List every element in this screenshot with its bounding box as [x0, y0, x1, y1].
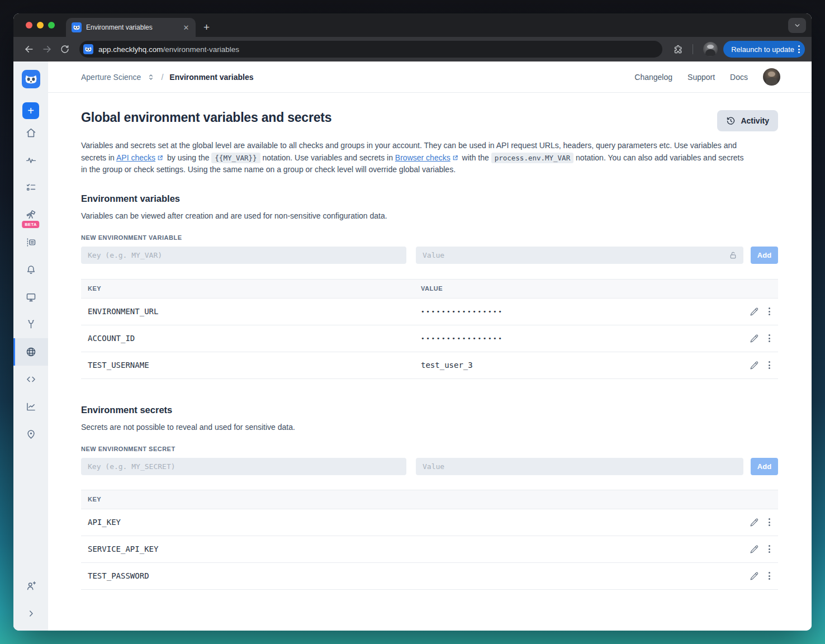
- sidebar-item-detect[interactable]: BETA: [13, 201, 48, 229]
- variables-table-body: ENVIRONMENT_URL •••••••••••••••• ACCOUNT…: [81, 299, 778, 379]
- history-clock-icon: [726, 116, 736, 126]
- external-link-icon: [452, 155, 458, 161]
- table-row: TEST_PASSWORD: [81, 563, 778, 590]
- secret-key: API_KEY: [88, 518, 750, 527]
- sidebar-bottom: [13, 569, 48, 631]
- tab-overflow-button[interactable]: [788, 18, 806, 33]
- external-link-icon: [157, 155, 163, 161]
- secrets-section: Environment secrets Secrets are not poss…: [81, 405, 778, 590]
- secrets-table: KEY API_KEY SERVICE_API_KEY TEST_PASSWOR…: [81, 490, 778, 590]
- user-avatar[interactable]: [763, 68, 780, 86]
- edit-pencil-icon[interactable]: [750, 571, 759, 581]
- zoom-window-button[interactable]: [48, 22, 55, 29]
- activity-button[interactable]: Activity: [717, 110, 778, 131]
- sidebar-collapse-button[interactable]: [13, 600, 48, 627]
- variable-value-wrap: [416, 247, 743, 264]
- edit-pencil-icon[interactable]: [750, 544, 759, 554]
- tab-title: Environment variables: [86, 23, 177, 31]
- sidebar: + BETA: [13, 61, 48, 631]
- browser-tab-strip: Environment variables ✕ +: [13, 13, 812, 37]
- edit-pencil-icon[interactable]: [750, 307, 759, 316]
- back-button[interactable]: [21, 41, 37, 57]
- add-secret-button[interactable]: Add: [751, 458, 778, 475]
- breadcrumb: Aperture Science / Environment variables: [81, 73, 253, 82]
- variables-table: KEY VALUE ENVIRONMENT_URL ••••••••••••••…: [81, 279, 778, 379]
- relaunch-to-update-button[interactable]: Relaunch to update: [723, 41, 805, 58]
- sidebar-item-dashboards[interactable]: [13, 283, 48, 311]
- minimize-window-button[interactable]: [37, 22, 44, 29]
- kebab-menu-icon[interactable]: [769, 518, 770, 526]
- create-new-button[interactable]: +: [22, 102, 39, 119]
- kebab-menu-icon[interactable]: [769, 334, 770, 342]
- sidebar-item-monitoring[interactable]: [13, 146, 48, 174]
- sidebar-item-analytics[interactable]: [13, 393, 48, 420]
- secret-key-input[interactable]: [81, 458, 406, 475]
- edit-pencil-icon[interactable]: [750, 518, 759, 527]
- sidebar-item-private-locations[interactable]: [13, 420, 48, 448]
- chevron-down-icon: [794, 22, 801, 29]
- account-switcher-caret-icon[interactable]: [147, 73, 155, 81]
- secret-key: TEST_PASSWORD: [88, 571, 750, 580]
- tab-close-icon[interactable]: ✕: [181, 22, 191, 32]
- relaunch-menu-icon[interactable]: [798, 45, 800, 53]
- key-column-header: KEY: [88, 285, 421, 292]
- extensions-puzzle-icon[interactable]: [670, 41, 686, 57]
- relaunch-label: Relaunch to update: [731, 45, 794, 54]
- sidebar-item-home[interactable]: [13, 119, 48, 146]
- url-bar[interactable]: app.checklyhq.com/environment-variables: [79, 41, 662, 58]
- sidebar-item-checks[interactable]: [13, 174, 48, 201]
- secrets-table-body: API_KEY SERVICE_API_KEY TEST_PASSWORD: [81, 509, 778, 590]
- browser-tab[interactable]: Environment variables ✕: [66, 18, 196, 37]
- code-snippet: {{MY_VAR}}: [211, 153, 260, 163]
- secret-key: SERVICE_API_KEY: [88, 544, 750, 553]
- variable-key: TEST_USERNAME: [88, 361, 421, 370]
- activity-label: Activity: [741, 116, 769, 125]
- account-switcher[interactable]: Aperture Science: [81, 73, 141, 82]
- sidebar-item-environment-variables[interactable]: [13, 338, 48, 366]
- edit-pencil-icon[interactable]: [750, 361, 759, 370]
- kebab-menu-icon[interactable]: [769, 545, 770, 553]
- table-row: ACCOUNT_ID ••••••••••••••••: [81, 325, 778, 352]
- add-variable-button[interactable]: Add: [751, 247, 778, 264]
- kebab-menu-icon[interactable]: [769, 361, 770, 369]
- new-variable-form: Add: [81, 247, 778, 264]
- secret-value-wrap: [416, 458, 743, 475]
- close-window-button[interactable]: [26, 22, 32, 29]
- chevron-right-icon: [26, 609, 36, 618]
- sidebar-item-snippets[interactable]: [13, 366, 48, 393]
- checkly-favicon-icon: [83, 44, 93, 54]
- sidebar-item-maintenance[interactable]: [13, 311, 48, 338]
- checkly-logo-icon[interactable]: [22, 70, 40, 88]
- browser-profile-avatar[interactable]: [703, 42, 718, 56]
- docs-link[interactable]: Docs: [730, 73, 748, 82]
- monitor-icon: [25, 291, 37, 303]
- new-tab-button[interactable]: +: [203, 22, 210, 32]
- variable-value-input[interactable]: [416, 247, 743, 264]
- sidebar-item-alerts[interactable]: [13, 256, 48, 283]
- forward-button[interactable]: [39, 41, 55, 57]
- add-user-icon: [25, 580, 37, 592]
- intro-link[interactable]: Browser checks: [395, 153, 451, 162]
- reload-button[interactable]: [57, 41, 73, 57]
- sidebar-item-test-sessions[interactable]: [13, 229, 48, 256]
- checklist-icon: [25, 182, 37, 193]
- variable-key-input[interactable]: [81, 247, 406, 264]
- kebab-menu-icon[interactable]: [769, 307, 770, 315]
- kebab-menu-icon[interactable]: [769, 572, 770, 580]
- checkly-app: + BETA Aperture: [13, 61, 812, 631]
- variables-heading: Environment variables: [81, 193, 778, 204]
- sidebar-item-invite-user[interactable]: [13, 572, 48, 600]
- page-title: Global environment variables and secrets: [81, 110, 331, 125]
- intro-text: Variables and secrets set at the global …: [81, 140, 752, 176]
- intro-link[interactable]: API checks: [116, 153, 155, 162]
- table-row: ENVIRONMENT_URL ••••••••••••••••: [81, 299, 778, 325]
- secret-value-input[interactable]: [416, 458, 743, 475]
- changelog-link[interactable]: Changelog: [634, 73, 672, 82]
- pulse-icon: [25, 154, 37, 166]
- header-links: Changelog Support Docs: [634, 68, 780, 86]
- row-actions: [750, 307, 771, 316]
- variables-description: Variables can be viewed after creation a…: [81, 211, 778, 220]
- code-snippet: process.env.MY_VAR: [491, 153, 573, 163]
- support-link[interactable]: Support: [688, 73, 715, 82]
- edit-pencil-icon[interactable]: [750, 334, 759, 343]
